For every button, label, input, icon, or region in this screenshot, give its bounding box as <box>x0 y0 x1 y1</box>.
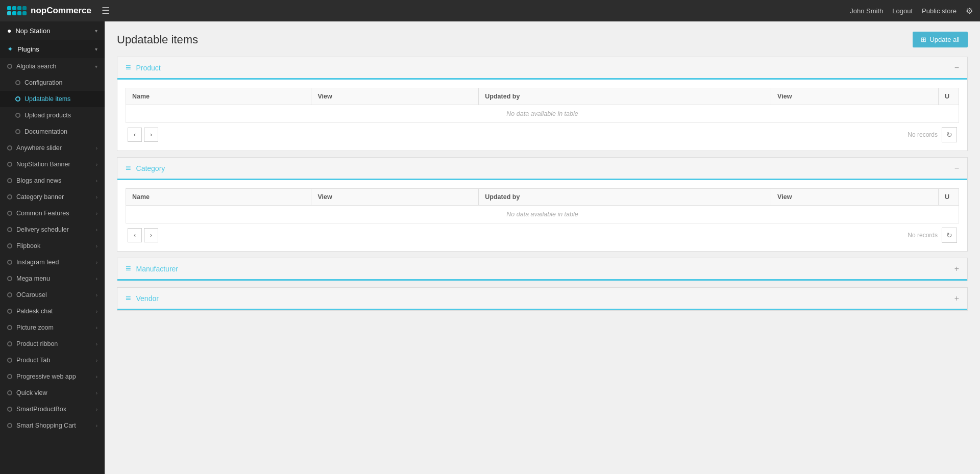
product-table-footer: ‹ › No records ↻ <box>126 123 959 142</box>
sidebar-item-flipbook[interactable]: Flipbook › <box>0 238 105 254</box>
circle-indicator <box>7 162 12 167</box>
logo-dot <box>17 6 21 10</box>
no-records-text: No records <box>908 131 938 138</box>
circle-indicator <box>7 276 12 281</box>
sidebar-item-category-banner[interactable]: Category banner › <box>0 189 105 205</box>
user-name: John Smith <box>850 7 883 15</box>
sidebar-item-common-features[interactable]: Common Features › <box>0 205 105 221</box>
circle-indicator <box>7 390 12 395</box>
circle-indicator <box>7 227 12 232</box>
plugins-icon: ✦ <box>7 45 13 53</box>
logout-link[interactable]: Logout <box>892 7 913 15</box>
category-section-header[interactable]: ≡ Category − <box>117 158 967 180</box>
next-page-button[interactable]: › <box>144 228 158 242</box>
chevron-right-icon: › <box>96 276 97 282</box>
list-icon: ≡ <box>126 62 131 73</box>
category-collapse-button[interactable]: − <box>954 164 959 172</box>
refresh-button[interactable]: ↻ <box>942 127 957 142</box>
sidebar-item-label: Product Tab <box>16 357 50 364</box>
sidebar-item-instagram-feed[interactable]: Instagram feed › <box>0 254 105 270</box>
product-section-title: Product <box>136 64 161 72</box>
sidebar-item-quick-view[interactable]: Quick view › <box>0 385 105 401</box>
topbar: nopCommerce ☰ John Smith Logout Public s… <box>0 0 980 21</box>
manufacturer-section-header[interactable]: ≡ Manufacturer + <box>117 258 967 281</box>
refresh-button[interactable]: ↻ <box>942 228 957 243</box>
sidebar-item-nopstation[interactable]: ● Nop Station ▾ <box>0 21 105 40</box>
public-store-link[interactable]: Public store <box>922 7 957 15</box>
sidebar-item-ocarousel[interactable]: OCarousel › <box>0 287 105 303</box>
sidebar-item-blogs-news[interactable]: Blogs and news › <box>0 172 105 189</box>
chevron-right-icon: › <box>96 309 97 314</box>
chevron-right-icon: › <box>96 145 97 151</box>
circle-icon: ● <box>7 27 11 35</box>
sidebar-item-nopstation-banner[interactable]: NopStation Banner › <box>0 156 105 172</box>
prev-page-button[interactable]: ‹ <box>128 228 142 242</box>
manufacturer-section: ≡ Manufacturer + <box>117 258 968 281</box>
col-name: Name <box>126 189 311 206</box>
category-table: Name View Updated by View U No data avai… <box>126 188 959 223</box>
col-updated-by: Updated by <box>479 88 771 105</box>
pagination-controls: ‹ › <box>128 228 158 242</box>
circle-indicator <box>7 309 12 314</box>
logo: nopCommerce <box>7 6 91 16</box>
sidebar-item-label: Documentation <box>24 128 67 135</box>
category-section-body: Name View Updated by View U No data avai… <box>117 180 967 251</box>
sidebar-item-label: Delivery scheduler <box>16 226 69 233</box>
no-data-cell: No data available in table <box>126 105 959 123</box>
product-table: Name View Updated by View U No data avai… <box>126 88 959 123</box>
vendor-section: ≡ Vendor + <box>117 287 968 311</box>
sidebar-item-anywhere-slider[interactable]: Anywhere slider › <box>0 140 105 156</box>
col-view1: View <box>311 189 479 206</box>
logo-dots <box>7 6 27 15</box>
product-section-body: Name View Updated by View U No data avai… <box>117 80 967 151</box>
sidebar-item-mega-menu[interactable]: Mega menu › <box>0 270 105 287</box>
sidebar-item-label: Updatable items <box>24 95 70 103</box>
sidebar-item-label: Flipbook <box>16 242 40 250</box>
sidebar-item-product-tab[interactable]: Product Tab › <box>0 352 105 368</box>
hamburger-icon[interactable]: ☰ <box>102 5 110 16</box>
sidebar-item-delivery-scheduler[interactable]: Delivery scheduler › <box>0 221 105 238</box>
sidebar-item-label: Blogs and news <box>16 177 61 184</box>
circle-indicator <box>7 341 12 346</box>
sidebar-item-algolia-search[interactable]: Algolia search ▾ <box>0 58 105 74</box>
vendor-section-title: Vendor <box>136 294 159 303</box>
col-view2: View <box>771 189 939 206</box>
manufacturer-expand-button[interactable]: + <box>954 265 959 273</box>
sidebar-item-product-ribbon[interactable]: Product ribbon › <box>0 336 105 352</box>
sidebar-item-smart-product-box[interactable]: SmartProductBox › <box>0 401 105 417</box>
vendor-section-title-group: ≡ Vendor <box>126 293 159 304</box>
next-page-button[interactable]: › <box>144 128 158 142</box>
sidebar-item-label: Instagram feed <box>16 259 59 266</box>
chevron-down-icon: ▾ <box>95 64 97 69</box>
main-content: Updatable items ⊞ Update all ≡ Product − <box>105 21 980 474</box>
logo-dot <box>17 11 21 15</box>
sidebar-item-upload-products[interactable]: Upload products <box>0 107 105 123</box>
circle-indicator <box>7 178 12 183</box>
sidebar-item-smart-shopping-cart[interactable]: Smart Shopping Cart › <box>0 417 105 434</box>
chevron-right-icon: › <box>96 390 97 396</box>
sidebar-item-plugins[interactable]: ✦ Plugins ▾ <box>0 40 105 58</box>
vendor-section-header[interactable]: ≡ Vendor + <box>117 288 967 310</box>
chevron-right-icon: › <box>96 227 97 233</box>
sidebar-item-paldesk-chat[interactable]: Paldesk chat › <box>0 303 105 319</box>
logo-dot <box>22 6 27 10</box>
topbar-right: John Smith Logout Public store ⚙ <box>850 6 973 16</box>
vendor-expand-button[interactable]: + <box>954 294 959 303</box>
sidebar-item-configuration[interactable]: Configuration <box>0 74 105 91</box>
prev-page-button[interactable]: ‹ <box>128 128 142 142</box>
settings-icon[interactable]: ⚙ <box>966 6 973 16</box>
chevron-right-icon: › <box>96 407 97 412</box>
list-icon: ≡ <box>126 263 131 274</box>
sidebar-item-progressive-web-app[interactable]: Progressive web app › <box>0 368 105 385</box>
sidebar-item-updatable-items[interactable]: Updatable items <box>0 91 105 107</box>
update-icon: ⊞ <box>921 36 926 43</box>
circle-indicator <box>15 113 20 118</box>
category-table-footer: ‹ › No records ↻ <box>126 223 959 243</box>
sidebar-item-documentation[interactable]: Documentation <box>0 123 105 140</box>
sidebar-item-picture-zoom[interactable]: Picture zoom › <box>0 319 105 336</box>
page-title: Updatable items <box>117 33 198 46</box>
update-all-button[interactable]: ⊞ Update all <box>913 32 968 47</box>
product-collapse-button[interactable]: − <box>954 64 959 72</box>
product-section-header[interactable]: ≡ Product − <box>117 57 967 80</box>
circle-indicator <box>7 358 12 363</box>
